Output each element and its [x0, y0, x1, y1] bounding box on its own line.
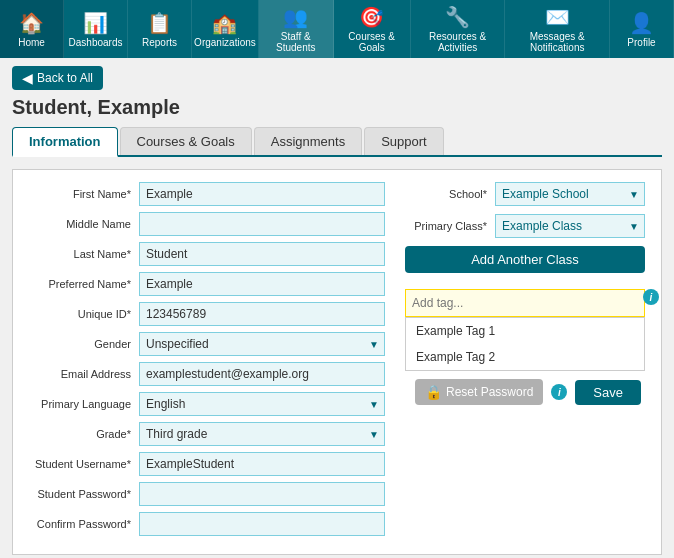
tab-courses-goals[interactable]: Courses & Goals: [120, 127, 252, 155]
back-arrow-icon: ◀: [22, 70, 33, 86]
email-row: Email Address: [29, 362, 385, 386]
student-username-input[interactable]: [139, 452, 385, 476]
reports-icon: 📋: [147, 11, 172, 35]
organizations-icon: 🏫: [212, 11, 237, 35]
unique-id-row: Unique ID*: [29, 302, 385, 326]
nav-resources[interactable]: 🔧 Resources & Activities: [411, 0, 506, 58]
reset-password-button[interactable]: 🔒 Reset Password: [415, 379, 543, 405]
save-button[interactable]: Save: [575, 380, 641, 405]
last-name-label: Last Name*: [29, 248, 139, 260]
tag-input[interactable]: [405, 289, 645, 317]
nav-staff-students[interactable]: 👥 Staff & Students: [259, 0, 334, 58]
tag-option-1[interactable]: Example Tag 1: [406, 318, 644, 344]
tab-bar: Information Courses & Goals Assignments …: [12, 127, 662, 157]
tab-support[interactable]: Support: [364, 127, 444, 155]
confirm-password-input[interactable]: [139, 512, 385, 536]
primary-class-row: Primary Class* Example Class ▼: [405, 214, 645, 238]
dashboards-icon: 📊: [83, 11, 108, 35]
tab-information[interactable]: Information: [12, 127, 118, 157]
form-right: School* Example School ▼ Primary Class* …: [405, 182, 645, 542]
student-password-label: Student Password*: [29, 488, 139, 500]
gender-select[interactable]: Unspecified Male Female: [139, 332, 385, 356]
preferred-name-label: Preferred Name*: [29, 278, 139, 290]
last-name-row: Last Name*: [29, 242, 385, 266]
confirm-password-row: Confirm Password*: [29, 512, 385, 536]
unique-id-label: Unique ID*: [29, 308, 139, 320]
gender-select-wrapper: Unspecified Male Female ▼: [139, 332, 385, 356]
email-label: Email Address: [29, 368, 139, 380]
student-password-row: Student Password*: [29, 482, 385, 506]
school-select[interactable]: Example School: [495, 182, 645, 206]
add-another-class-button[interactable]: Add Another Class: [405, 246, 645, 273]
nav-messages[interactable]: ✉️ Messages & Notifications: [505, 0, 610, 58]
school-select-wrapper: Example School ▼: [495, 182, 645, 206]
school-label: School*: [405, 188, 495, 200]
top-navigation: 🏠 Home 📊 Dashboards 📋 Reports 🏫 Organiza…: [0, 0, 674, 58]
student-username-label: Student Username*: [29, 458, 139, 470]
courses-goals-icon: 🎯: [359, 5, 384, 29]
form-card: First Name* Middle Name Last Name* Prefe…: [12, 169, 662, 555]
school-row: School* Example School ▼: [405, 182, 645, 206]
back-to-all-button[interactable]: ◀ Back to All: [12, 66, 103, 90]
lock-icon: 🔒: [425, 384, 442, 400]
first-name-label: First Name*: [29, 188, 139, 200]
grade-label: Grade*: [29, 428, 139, 440]
tag-info-icon[interactable]: i: [643, 289, 659, 305]
staff-students-icon: 👥: [283, 5, 308, 29]
content-area: ◀ Back to All Student, Example Informati…: [0, 58, 674, 558]
primary-class-select[interactable]: Example Class: [495, 214, 645, 238]
primary-class-select-wrapper: Example Class ▼: [495, 214, 645, 238]
unique-id-input[interactable]: [139, 302, 385, 326]
nav-home[interactable]: 🏠 Home: [0, 0, 64, 58]
tag-area: i Example Tag 1 Example Tag 2: [405, 289, 645, 371]
middle-name-input[interactable]: [139, 212, 385, 236]
resources-icon: 🔧: [445, 5, 470, 29]
grade-select-wrapper: Third grade First grade Second grade ▼: [139, 422, 385, 446]
profile-icon: 👤: [629, 11, 654, 35]
gender-label: Gender: [29, 338, 139, 350]
preferred-name-row: Preferred Name*: [29, 272, 385, 296]
bottom-action-bar: 🔒 Reset Password i Save: [405, 379, 645, 405]
primary-language-select[interactable]: English Spanish: [139, 392, 385, 416]
primary-language-row: Primary Language English Spanish ▼: [29, 392, 385, 416]
page-title: Student, Example: [12, 96, 662, 119]
middle-name-label: Middle Name: [29, 218, 139, 230]
middle-name-row: Middle Name: [29, 212, 385, 236]
nav-dashboards[interactable]: 📊 Dashboards: [64, 0, 128, 58]
nav-organizations[interactable]: 🏫 Organizations: [192, 0, 259, 58]
grade-row: Grade* Third grade First grade Second gr…: [29, 422, 385, 446]
tab-assignments[interactable]: Assignments: [254, 127, 362, 155]
home-icon: 🏠: [19, 11, 44, 35]
nav-profile[interactable]: 👤 Profile: [610, 0, 674, 58]
reset-password-info-icon[interactable]: i: [551, 384, 567, 400]
gender-row: Gender Unspecified Male Female ▼: [29, 332, 385, 356]
form-left: First Name* Middle Name Last Name* Prefe…: [29, 182, 385, 542]
email-input[interactable]: [139, 362, 385, 386]
student-username-row: Student Username*: [29, 452, 385, 476]
form-layout: First Name* Middle Name Last Name* Prefe…: [29, 182, 645, 542]
tag-option-2[interactable]: Example Tag 2: [406, 344, 644, 370]
primary-language-select-wrapper: English Spanish ▼: [139, 392, 385, 416]
primary-language-label: Primary Language: [29, 398, 139, 410]
primary-class-label: Primary Class*: [405, 220, 495, 232]
preferred-name-input[interactable]: [139, 272, 385, 296]
nav-reports[interactable]: 📋 Reports: [128, 0, 192, 58]
messages-icon: ✉️: [545, 5, 570, 29]
nav-courses-goals[interactable]: 🎯 Courses & Goals: [334, 0, 411, 58]
grade-select[interactable]: Third grade First grade Second grade: [139, 422, 385, 446]
first-name-input[interactable]: [139, 182, 385, 206]
tag-dropdown: Example Tag 1 Example Tag 2: [405, 317, 645, 371]
confirm-password-label: Confirm Password*: [29, 518, 139, 530]
student-password-input[interactable]: [139, 482, 385, 506]
first-name-row: First Name*: [29, 182, 385, 206]
last-name-input[interactable]: [139, 242, 385, 266]
